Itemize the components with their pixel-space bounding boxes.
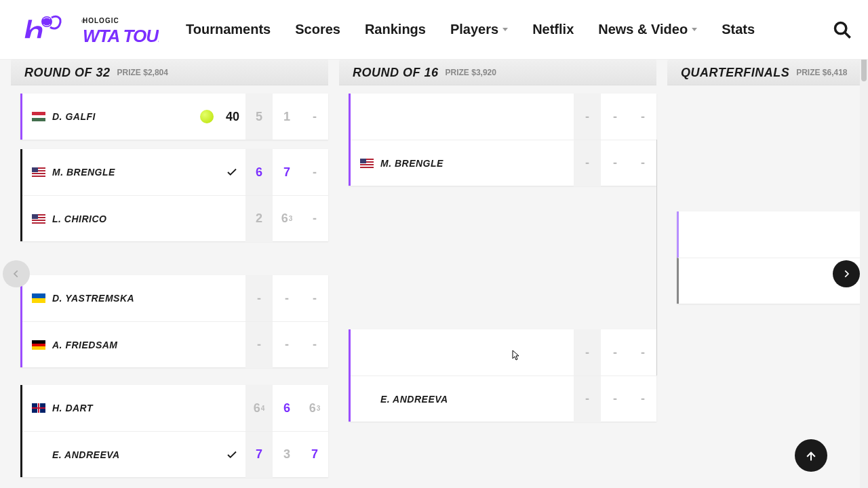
arrow-up-icon [804, 449, 818, 462]
set-score: 2 [245, 196, 273, 242]
brand-top-text: HOLOGIC [83, 17, 119, 24]
match-card[interactable]: H. Dart 64 6 63 E. Andreeva 7 3 7 [20, 385, 328, 477]
svg-text:®: ® [81, 18, 85, 24]
match-card[interactable]: D. Yastremska - - - A. Friedsam - - - [20, 275, 328, 367]
bracket-next-button[interactable] [833, 260, 860, 287]
nav-netflix[interactable]: Netflix [532, 22, 574, 37]
nav-tournaments[interactable]: Tournaments [186, 22, 271, 37]
match-card[interactable]: - - - E. Andreeva - - - [349, 329, 656, 422]
match-row [679, 211, 868, 258]
set-score: - [245, 275, 273, 321]
scorebox: 2 63 - [245, 196, 328, 242]
vertical-scrollbar[interactable] [860, 0, 868, 488]
set-score: - [301, 322, 328, 368]
site-header: HOLOGIC ® WTA TOUR Tournaments Scores Ra… [0, 0, 868, 60]
flag-icon [360, 394, 374, 404]
nav-players[interactable]: Players [450, 22, 508, 37]
set-score: 6 [245, 149, 273, 195]
flag-icon [32, 112, 45, 121]
match-row: E. Andreeva - - - [351, 375, 656, 422]
chevron-left-icon [12, 269, 21, 279]
player-name: E. Andreeva [52, 449, 226, 460]
flag-icon [32, 340, 45, 350]
nav-scores[interactable]: Scores [295, 22, 340, 37]
set-score: - [301, 149, 328, 195]
main-nav: Tournaments Scores Rankings Players Netf… [186, 22, 833, 37]
chevron-right-icon [842, 269, 851, 279]
set-score: - [629, 376, 656, 422]
set-score: 7 [245, 432, 273, 478]
flag-icon [360, 159, 374, 168]
set-score: - [273, 322, 300, 368]
match-row: L. Chirico 2 63 - [22, 195, 328, 241]
set-score: 7 [301, 432, 328, 478]
set-score: 63 [273, 196, 300, 242]
match-row: D. Galfi 40 5 1 - [22, 94, 328, 140]
round-header-qf: QuarterfinalsPrize $6,418 [667, 60, 868, 85]
set-score: 64 [245, 385, 273, 431]
player-name: H. Dart [52, 403, 245, 413]
match-card[interactable]: D. Galfi 40 5 1 - [20, 94, 328, 140]
round-prize: Prize $6,418 [796, 68, 847, 77]
player-name: M. Brengle [52, 167, 226, 178]
search-icon [833, 20, 852, 39]
chevron-down-icon [502, 28, 508, 31]
nav-label: Stats [722, 22, 755, 37]
bracket-connector [656, 140, 657, 375]
round-column-r16: Round of 16Prize $3,920 - - - M. Brengle… [339, 60, 656, 488]
flag-icon [32, 450, 45, 460]
nav-label: Scores [295, 22, 340, 37]
player-name: A. Friedsam [52, 340, 245, 350]
set-score: - [601, 329, 629, 375]
set-score: - [629, 329, 656, 375]
scorebox: - - - [573, 329, 656, 375]
nav-stats[interactable]: Stats [722, 22, 755, 37]
player-name: D. Galfi [52, 111, 200, 122]
match-row: M. Brengle - - - [351, 140, 656, 186]
search-button[interactable] [833, 20, 852, 39]
scorebox: 64 6 63 [245, 385, 328, 431]
nav-rankings[interactable]: Rankings [365, 22, 426, 37]
chevron-down-icon [692, 28, 697, 31]
set-score: - [601, 94, 629, 140]
match-row: M. Brengle 6 7 - [22, 149, 328, 195]
set-score: - [574, 94, 601, 140]
match-row: - - - [351, 329, 656, 375]
live-points: 40 [220, 110, 245, 124]
match-card[interactable]: M. Brengle 6 7 - L. Chirico 2 63 - [20, 149, 328, 241]
player-name: L. Chirico [52, 214, 245, 224]
match-card[interactable]: - - - M. Brengle - - - [349, 94, 656, 186]
nav-news[interactable]: News & Video [598, 22, 697, 37]
scorebox: - - - [245, 322, 328, 368]
flag-icon [32, 214, 45, 224]
set-score: 5 [245, 94, 273, 140]
set-score: - [629, 140, 656, 186]
check-icon [226, 166, 238, 178]
set-score: - [301, 94, 328, 140]
bracket-area: Round of 32Prize $2,804 D. Galfi 40 5 1 … [0, 60, 868, 488]
scorebox: - - - [573, 94, 656, 140]
set-score: 6 [273, 385, 300, 431]
brand-logo[interactable]: HOLOGIC ® WTA TOUR [16, 9, 159, 50]
round-header-r32: Round of 32Prize $2,804 [11, 60, 328, 85]
svg-point-2 [835, 22, 846, 33]
flag-icon [360, 112, 374, 121]
set-score: 7 [273, 149, 300, 195]
set-score: - [601, 376, 629, 422]
set-score: - [629, 94, 656, 140]
set-score: - [273, 275, 300, 321]
nav-label: News & Video [598, 22, 688, 37]
round-header-r16: Round of 16Prize $3,920 [339, 60, 656, 85]
bracket-prev-button[interactable] [3, 260, 30, 287]
nav-label: Tournaments [186, 22, 271, 37]
set-score: 63 [301, 385, 328, 431]
scorebox: - - - [573, 140, 656, 186]
match-card[interactable] [677, 211, 868, 304]
player-name: D. Yastremska [52, 293, 245, 304]
round-column-r32: Round of 32Prize $2,804 D. Galfi 40 5 1 … [11, 60, 328, 488]
round-prize: Prize $2,804 [117, 68, 168, 77]
flag-icon [32, 167, 45, 177]
match-row: A. Friedsam - - - [22, 321, 328, 367]
player-name: M. Brengle [380, 158, 573, 169]
scroll-top-button[interactable] [795, 439, 827, 472]
